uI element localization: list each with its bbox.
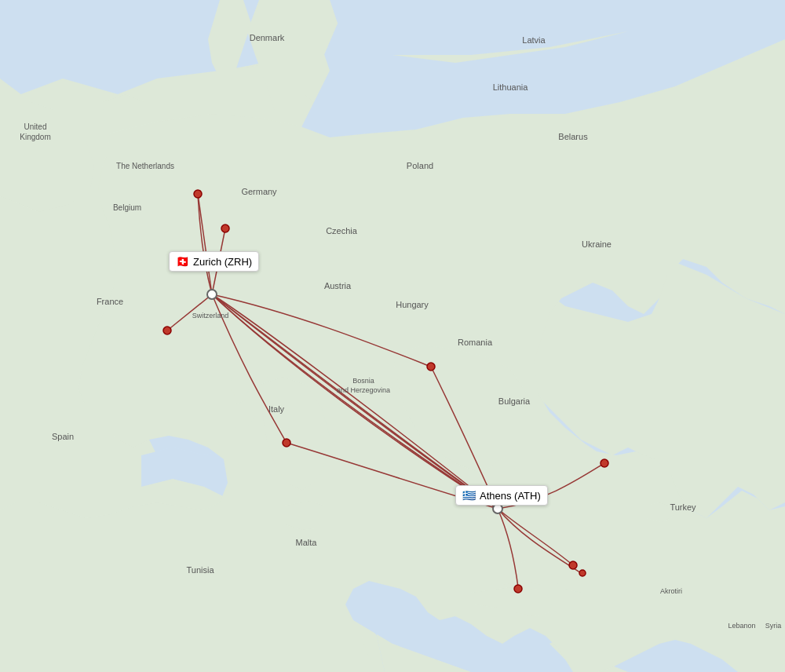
country-austria: Austria <box>324 281 352 290</box>
zurich-city-name: Zurich (ZRH) <box>193 256 252 268</box>
country-netherlands: The Netherlands <box>116 162 174 170</box>
zurich-label[interactable]: 🇨🇭 Zurich (ZRH) <box>169 251 259 272</box>
country-belgium: Belgium <box>113 203 141 212</box>
athens-flag: 🇬🇷 <box>462 489 476 502</box>
country-bosnia: Bosnia <box>352 377 374 385</box>
zurich-flag: 🇨🇭 <box>176 255 189 268</box>
svg-point-6 <box>601 459 608 467</box>
country-romania: Romania <box>458 338 493 347</box>
country-uk: United <box>24 122 47 131</box>
svg-point-1 <box>194 190 202 198</box>
svg-point-9 <box>579 570 586 576</box>
svg-point-4 <box>283 439 290 447</box>
country-france: France <box>97 297 123 306</box>
country-czechia: Czechia <box>326 226 358 236</box>
country-akrotiri: Akrotiri <box>660 587 682 595</box>
country-latvia: Latvia <box>522 35 546 45</box>
svg-point-2 <box>221 225 229 232</box>
svg-text:Kingdom: Kingdom <box>20 133 50 141</box>
svg-point-3 <box>163 327 171 334</box>
country-syria: Syria <box>765 622 782 630</box>
svg-point-5 <box>427 363 435 371</box>
athens-city-name: Athens (ATH) <box>480 490 541 502</box>
svg-point-8 <box>514 585 522 593</box>
country-switzerland: Switzerland <box>192 312 229 320</box>
country-hungary: Hungary <box>396 300 429 309</box>
country-germany: Germany <box>241 187 277 196</box>
country-malta: Malta <box>296 538 318 547</box>
country-bulgaria: Bulgaria <box>498 396 531 406</box>
map-container: Latvia Lithuania Belarus Poland Denmark … <box>0 0 785 672</box>
svg-point-10 <box>207 290 217 299</box>
country-poland: Poland <box>407 161 433 170</box>
athens-label[interactable]: 🇬🇷 Athens (ATH) <box>455 485 548 506</box>
country-spain: Spain <box>52 432 74 441</box>
svg-point-7 <box>569 561 577 569</box>
country-belarus: Belarus <box>558 132 588 141</box>
country-tunisia: Tunisia <box>186 565 214 575</box>
country-lithuania: Lithuania <box>493 82 529 92</box>
svg-text:and Herzegovina: and Herzegovina <box>337 386 390 394</box>
country-ukraine: Ukraine <box>582 239 612 249</box>
country-denmark: Denmark <box>250 33 285 42</box>
country-italy: Italy <box>268 404 285 414</box>
map-svg: Latvia Lithuania Belarus Poland Denmark … <box>0 0 785 672</box>
country-turkey: Turkey <box>670 502 696 512</box>
country-lebanon: Lebanon <box>728 622 755 630</box>
